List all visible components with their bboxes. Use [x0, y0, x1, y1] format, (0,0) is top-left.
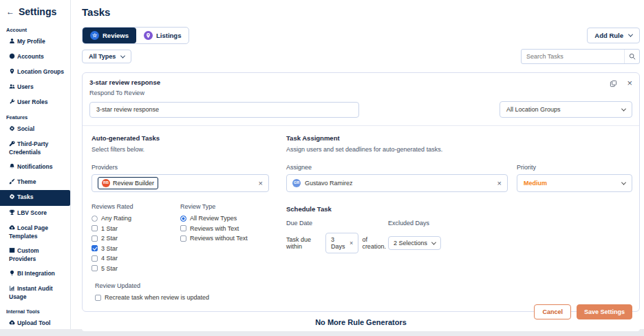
radio-checked-icon[interactable]	[180, 216, 186, 222]
duplicate-icon[interactable]	[610, 80, 617, 87]
schedule-task-heading: Schedule Task	[286, 205, 632, 213]
rule-card: 3-star review response Respond To Review…	[82, 72, 640, 312]
checkbox-4-star[interactable]: 4 Star	[92, 255, 180, 262]
location-groups-value: All Location Groups	[506, 106, 561, 113]
priority-select[interactable]: Medium	[517, 174, 632, 192]
tab-reviews[interactable]: ☆ Reviews	[83, 28, 136, 43]
sidebar-item-tasks[interactable]: Tasks	[0, 190, 70, 205]
sidebar-item-lbv-score[interactable]: LBV Score	[3, 206, 67, 221]
search-input[interactable]	[522, 53, 624, 60]
excluded-days-dropdown[interactable]: 2 Selections	[388, 236, 441, 250]
checkbox-recreate-task-when-review-is-updated[interactable]: Recreate task when review is updated	[95, 294, 277, 301]
save-settings-button[interactable]: Save Settings	[577, 304, 632, 319]
checkbox-unchecked-icon[interactable]	[92, 265, 98, 271]
excluded-days-value: 2 Selections	[394, 240, 427, 246]
task-type-tabs: ☆ Reviews Listings	[82, 27, 189, 44]
brush-icon	[9, 178, 17, 187]
sidebar-item-label: Social	[17, 125, 34, 132]
checkbox-unchecked-icon[interactable]	[180, 225, 186, 231]
bulb-icon	[9, 270, 17, 278]
checkbox-reviews-with-text[interactable]: Reviews with Text	[180, 225, 248, 232]
cancel-button[interactable]: Cancel	[534, 304, 571, 319]
rule-name-input[interactable]	[89, 102, 359, 118]
all-types-dropdown[interactable]: All Types	[82, 50, 131, 63]
review-updated-group: Review Updated Recreate task when review…	[92, 282, 277, 301]
sidebar-item-label: LBV Score	[17, 209, 47, 216]
due-within-chip[interactable]: 3 Days ×	[325, 233, 358, 253]
sidebar-header: ← Settings	[3, 0, 67, 23]
divider	[83, 125, 639, 126]
sidebar-item-users[interactable]: Users	[3, 80, 67, 95]
main-area: Tasks ☆ Reviews Listings Add Rule	[71, 0, 644, 329]
radio-any-rating[interactable]: Any Rating	[92, 215, 180, 222]
sidebar-item-local-page-templates[interactable]: Local Page Templates	[3, 221, 67, 244]
rule-title: 3-star review response	[89, 78, 160, 86]
sidebar-item-label: Upload Tool	[17, 319, 50, 326]
sidebar-item-location-groups[interactable]: Location Groups	[3, 65, 67, 80]
chevron-down-icon	[431, 240, 436, 244]
sidebar-item-instant-audit-usage[interactable]: Instant Audit Usage	[3, 282, 67, 304]
checkbox-5-star[interactable]: 5 Star	[92, 265, 180, 272]
sidebar-item-third-party-credentials[interactable]: Third-Party Credentials	[3, 137, 67, 160]
checkbox-checked-icon[interactable]	[92, 245, 98, 251]
providers-input[interactable]: RB Review Builder ×	[92, 174, 269, 192]
cloud-upload-icon	[9, 224, 17, 233]
option-label: 5 Star	[101, 265, 118, 272]
reviews-rated-group: Reviews Rated Any Rating1 Star2 Star3 St…	[92, 203, 180, 275]
sidebar-item-custom-providers[interactable]: Custom Providers	[3, 244, 67, 266]
priority-block: Priority Medium	[517, 153, 632, 192]
schedule-controls-row: Task due within 3 Days × of creation. 2 …	[286, 227, 632, 253]
checkbox-1-star[interactable]: 1 Star	[92, 225, 180, 232]
sidebar-item-label: Theme	[17, 178, 36, 185]
radio-unchecked-icon[interactable]	[92, 216, 98, 222]
tab-reviews-label: Reviews	[103, 32, 129, 39]
sidebar-nav: AccountMy ProfileAccountsLocation Groups…	[3, 23, 67, 329]
assignee-input[interactable]: GR Gustavo Ramirez ×	[286, 174, 508, 192]
checkbox-unchecked-icon[interactable]	[92, 255, 98, 262]
checkbox-reviews-without-text[interactable]: Reviews without Text	[180, 235, 248, 242]
rule-card-header: 3-star review response Respond To Review…	[89, 78, 632, 96]
provider-chip[interactable]: RB Review Builder	[98, 177, 158, 189]
option-label: 1 Star	[101, 225, 118, 232]
provider-chip-label: Review Builder	[113, 180, 154, 187]
review-updated-option: Recreate task when review is updated	[95, 294, 277, 301]
checkbox-unchecked-icon[interactable]	[95, 295, 101, 301]
excluded-days-line: 2 Selections	[388, 233, 441, 253]
search-icon[interactable]	[624, 50, 639, 63]
sidebar-item-notifications[interactable]: Notifications	[3, 160, 67, 175]
remove-due-icon[interactable]: ×	[350, 240, 353, 246]
sidebar-item-social[interactable]: Social	[3, 122, 67, 137]
checkbox-unchecked-icon[interactable]	[92, 235, 98, 242]
sidebar-item-user-roles[interactable]: User Roles	[3, 95, 67, 110]
bell-icon	[9, 163, 17, 171]
tab-listings-label: Listings	[156, 32, 181, 39]
clear-providers-icon[interactable]: ×	[259, 180, 263, 187]
back-arrow-icon[interactable]: ←	[6, 7, 14, 17]
add-rule-button[interactable]: Add Rule	[587, 28, 640, 43]
radio-all-review-types[interactable]: All Review Types	[180, 215, 248, 222]
location-groups-select[interactable]: All Location Groups	[500, 101, 632, 118]
sidebar-item-bi-integration[interactable]: BI Integration	[3, 266, 67, 282]
sidebar-item-my-profile[interactable]: My Profile	[3, 34, 67, 50]
checkbox-unchecked-icon[interactable]	[92, 225, 98, 231]
checkbox-3-star[interactable]: 3 Star	[92, 245, 180, 252]
tab-listings[interactable]: Listings	[136, 28, 189, 43]
option-label: Reviews without Text	[190, 235, 248, 242]
sidebar-item-accounts[interactable]: Accounts	[3, 50, 67, 65]
sidebar-item-upload-tool[interactable]: Upload Tool	[3, 316, 67, 329]
users-icon	[9, 83, 17, 92]
close-icon[interactable]: ×	[627, 80, 632, 86]
assignee-name: Gustavo Ramirez	[305, 180, 353, 187]
checkbox-2-star[interactable]: 2 Star	[92, 235, 180, 242]
option-label: 3 Star	[101, 245, 118, 252]
wrench-icon	[9, 98, 17, 107]
clear-assignee-icon[interactable]: ×	[497, 180, 502, 187]
key-icon	[9, 140, 17, 149]
sidebar-item-theme[interactable]: Theme	[3, 175, 67, 190]
option-label: 2 Star	[101, 235, 118, 242]
cloud-upload-icon	[9, 319, 17, 328]
checkbox-unchecked-icon[interactable]	[180, 235, 186, 242]
assignee-chip[interactable]: GR Gustavo Ramirez	[292, 179, 353, 187]
reviews-rated-options: Any Rating1 Star2 Star3 Star4 Star5 Star	[92, 215, 180, 272]
sidebar-item-label: User Roles	[17, 98, 47, 105]
